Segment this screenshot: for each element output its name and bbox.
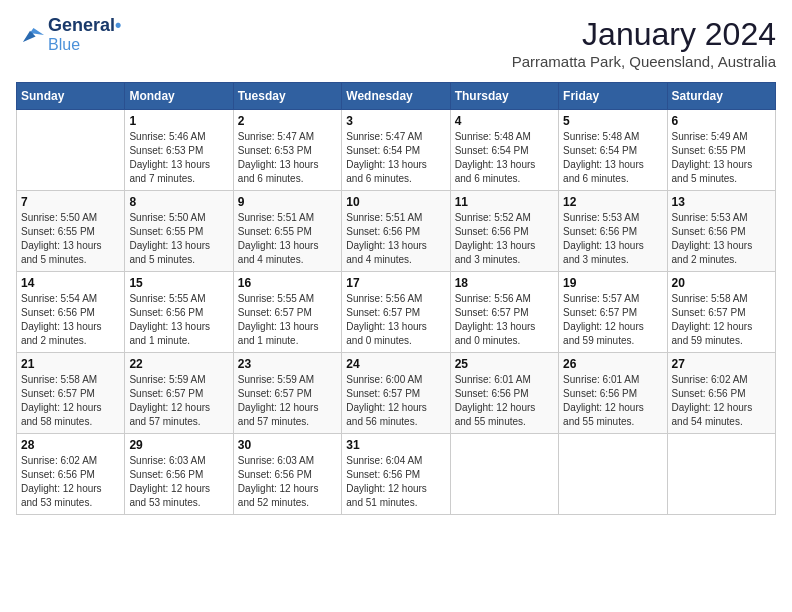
day-number: 11 — [455, 195, 554, 209]
calendar-cell: 31Sunrise: 6:04 AM Sunset: 6:56 PM Dayli… — [342, 434, 450, 515]
day-number: 14 — [21, 276, 120, 290]
calendar-cell: 26Sunrise: 6:01 AM Sunset: 6:56 PM Dayli… — [559, 353, 667, 434]
day-info: Sunrise: 5:46 AM Sunset: 6:53 PM Dayligh… — [129, 130, 228, 186]
day-number: 19 — [563, 276, 662, 290]
calendar-cell: 29Sunrise: 6:03 AM Sunset: 6:56 PM Dayli… — [125, 434, 233, 515]
calendar-cell: 18Sunrise: 5:56 AM Sunset: 6:57 PM Dayli… — [450, 272, 558, 353]
location-title: Parramatta Park, Queensland, Australia — [512, 53, 776, 70]
calendar-cell — [17, 110, 125, 191]
day-info: Sunrise: 5:54 AM Sunset: 6:56 PM Dayligh… — [21, 292, 120, 348]
month-title: January 2024 — [512, 16, 776, 53]
calendar-cell: 10Sunrise: 5:51 AM Sunset: 6:56 PM Dayli… — [342, 191, 450, 272]
week-row-4: 21Sunrise: 5:58 AM Sunset: 6:57 PM Dayli… — [17, 353, 776, 434]
day-number: 1 — [129, 114, 228, 128]
day-header-thursday: Thursday — [450, 83, 558, 110]
day-info: Sunrise: 5:47 AM Sunset: 6:53 PM Dayligh… — [238, 130, 337, 186]
logo-icon — [16, 21, 44, 49]
week-row-5: 28Sunrise: 6:02 AM Sunset: 6:56 PM Dayli… — [17, 434, 776, 515]
day-header-sunday: Sunday — [17, 83, 125, 110]
day-info: Sunrise: 5:51 AM Sunset: 6:55 PM Dayligh… — [238, 211, 337, 267]
day-number: 25 — [455, 357, 554, 371]
day-info: Sunrise: 6:02 AM Sunset: 6:56 PM Dayligh… — [21, 454, 120, 510]
day-info: Sunrise: 6:01 AM Sunset: 6:56 PM Dayligh… — [563, 373, 662, 429]
day-info: Sunrise: 5:58 AM Sunset: 6:57 PM Dayligh… — [21, 373, 120, 429]
day-info: Sunrise: 5:53 AM Sunset: 6:56 PM Dayligh… — [672, 211, 771, 267]
calendar-cell: 3Sunrise: 5:47 AM Sunset: 6:54 PM Daylig… — [342, 110, 450, 191]
calendar-cell: 14Sunrise: 5:54 AM Sunset: 6:56 PM Dayli… — [17, 272, 125, 353]
day-number: 17 — [346, 276, 445, 290]
day-number: 21 — [21, 357, 120, 371]
day-info: Sunrise: 6:03 AM Sunset: 6:56 PM Dayligh… — [129, 454, 228, 510]
calendar-cell: 21Sunrise: 5:58 AM Sunset: 6:57 PM Dayli… — [17, 353, 125, 434]
page-header: General• Blue January 2024 Parramatta Pa… — [16, 16, 776, 70]
calendar-cell: 4Sunrise: 5:48 AM Sunset: 6:54 PM Daylig… — [450, 110, 558, 191]
calendar-cell: 16Sunrise: 5:55 AM Sunset: 6:57 PM Dayli… — [233, 272, 341, 353]
day-info: Sunrise: 6:02 AM Sunset: 6:56 PM Dayligh… — [672, 373, 771, 429]
calendar-cell: 13Sunrise: 5:53 AM Sunset: 6:56 PM Dayli… — [667, 191, 775, 272]
day-header-wednesday: Wednesday — [342, 83, 450, 110]
day-info: Sunrise: 5:48 AM Sunset: 6:54 PM Dayligh… — [563, 130, 662, 186]
calendar-cell: 12Sunrise: 5:53 AM Sunset: 6:56 PM Dayli… — [559, 191, 667, 272]
day-number: 12 — [563, 195, 662, 209]
week-row-3: 14Sunrise: 5:54 AM Sunset: 6:56 PM Dayli… — [17, 272, 776, 353]
day-info: Sunrise: 5:56 AM Sunset: 6:57 PM Dayligh… — [346, 292, 445, 348]
calendar-cell: 25Sunrise: 6:01 AM Sunset: 6:56 PM Dayli… — [450, 353, 558, 434]
calendar-cell: 24Sunrise: 6:00 AM Sunset: 6:57 PM Dayli… — [342, 353, 450, 434]
day-number: 4 — [455, 114, 554, 128]
day-info: Sunrise: 5:56 AM Sunset: 6:57 PM Dayligh… — [455, 292, 554, 348]
day-number: 6 — [672, 114, 771, 128]
calendar-cell: 19Sunrise: 5:57 AM Sunset: 6:57 PM Dayli… — [559, 272, 667, 353]
day-info: Sunrise: 5:48 AM Sunset: 6:54 PM Dayligh… — [455, 130, 554, 186]
day-number: 10 — [346, 195, 445, 209]
day-info: Sunrise: 5:57 AM Sunset: 6:57 PM Dayligh… — [563, 292, 662, 348]
calendar-header: SundayMondayTuesdayWednesdayThursdayFrid… — [17, 83, 776, 110]
calendar-cell — [450, 434, 558, 515]
day-number: 2 — [238, 114, 337, 128]
day-info: Sunrise: 5:55 AM Sunset: 6:57 PM Dayligh… — [238, 292, 337, 348]
calendar-cell: 15Sunrise: 5:55 AM Sunset: 6:56 PM Dayli… — [125, 272, 233, 353]
calendar-body: 1Sunrise: 5:46 AM Sunset: 6:53 PM Daylig… — [17, 110, 776, 515]
day-info: Sunrise: 6:00 AM Sunset: 6:57 PM Dayligh… — [346, 373, 445, 429]
day-number: 13 — [672, 195, 771, 209]
day-number: 18 — [455, 276, 554, 290]
day-header-tuesday: Tuesday — [233, 83, 341, 110]
week-row-2: 7Sunrise: 5:50 AM Sunset: 6:55 PM Daylig… — [17, 191, 776, 272]
day-number: 31 — [346, 438, 445, 452]
day-number: 24 — [346, 357, 445, 371]
day-number: 3 — [346, 114, 445, 128]
calendar-cell: 8Sunrise: 5:50 AM Sunset: 6:55 PM Daylig… — [125, 191, 233, 272]
day-info: Sunrise: 5:58 AM Sunset: 6:57 PM Dayligh… — [672, 292, 771, 348]
calendar-cell — [559, 434, 667, 515]
calendar-cell: 30Sunrise: 6:03 AM Sunset: 6:56 PM Dayli… — [233, 434, 341, 515]
day-header-monday: Monday — [125, 83, 233, 110]
calendar-cell: 22Sunrise: 5:59 AM Sunset: 6:57 PM Dayli… — [125, 353, 233, 434]
calendar-cell — [667, 434, 775, 515]
day-number: 29 — [129, 438, 228, 452]
calendar-cell: 9Sunrise: 5:51 AM Sunset: 6:55 PM Daylig… — [233, 191, 341, 272]
day-info: Sunrise: 5:47 AM Sunset: 6:54 PM Dayligh… — [346, 130, 445, 186]
day-number: 5 — [563, 114, 662, 128]
logo: General• Blue — [16, 16, 121, 53]
calendar-cell: 27Sunrise: 6:02 AM Sunset: 6:56 PM Dayli… — [667, 353, 775, 434]
day-info: Sunrise: 6:03 AM Sunset: 6:56 PM Dayligh… — [238, 454, 337, 510]
day-number: 26 — [563, 357, 662, 371]
day-info: Sunrise: 6:04 AM Sunset: 6:56 PM Dayligh… — [346, 454, 445, 510]
day-info: Sunrise: 5:59 AM Sunset: 6:57 PM Dayligh… — [238, 373, 337, 429]
calendar-cell: 11Sunrise: 5:52 AM Sunset: 6:56 PM Dayli… — [450, 191, 558, 272]
day-info: Sunrise: 5:51 AM Sunset: 6:56 PM Dayligh… — [346, 211, 445, 267]
logo-text: General• Blue — [48, 16, 121, 53]
day-number: 28 — [21, 438, 120, 452]
day-info: Sunrise: 5:50 AM Sunset: 6:55 PM Dayligh… — [21, 211, 120, 267]
day-number: 22 — [129, 357, 228, 371]
title-block: January 2024 Parramatta Park, Queensland… — [512, 16, 776, 70]
day-info: Sunrise: 5:49 AM Sunset: 6:55 PM Dayligh… — [672, 130, 771, 186]
day-number: 16 — [238, 276, 337, 290]
calendar-table: SundayMondayTuesdayWednesdayThursdayFrid… — [16, 82, 776, 515]
day-header-saturday: Saturday — [667, 83, 775, 110]
day-number: 9 — [238, 195, 337, 209]
calendar-cell: 7Sunrise: 5:50 AM Sunset: 6:55 PM Daylig… — [17, 191, 125, 272]
calendar-cell: 17Sunrise: 5:56 AM Sunset: 6:57 PM Dayli… — [342, 272, 450, 353]
day-info: Sunrise: 5:55 AM Sunset: 6:56 PM Dayligh… — [129, 292, 228, 348]
day-info: Sunrise: 5:52 AM Sunset: 6:56 PM Dayligh… — [455, 211, 554, 267]
day-number: 27 — [672, 357, 771, 371]
